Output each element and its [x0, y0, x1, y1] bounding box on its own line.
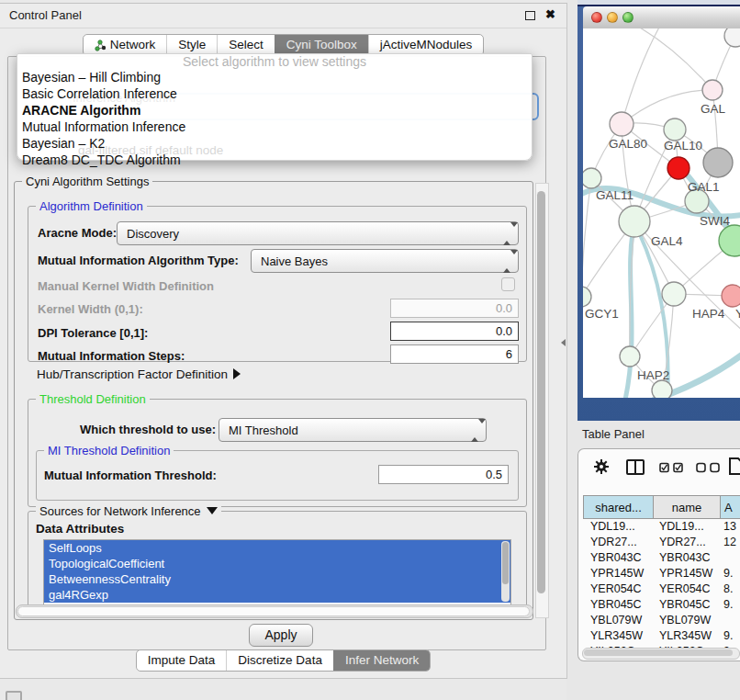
table-panel-window: shared... name A YDL19...YDL19...13 YDR2…	[577, 448, 740, 661]
table-row[interactable]: YBR045CYBR045C9.	[583, 597, 740, 613]
table-row[interactable]: YBL079WYBL079W	[583, 613, 740, 628]
node-label: GCY1	[585, 307, 619, 321]
table-header-row: shared... name A	[583, 495, 740, 519]
document-icon[interactable]	[729, 457, 740, 475]
mi-algorithm-type-label: Mutual Information Algorithm Type:	[38, 254, 239, 267]
algorithm-popup-prompt: Select algorithm to view settings	[17, 55, 532, 69]
tab-style[interactable]: Style	[166, 35, 217, 55]
screen: Control Panel ✖ Network Styl	[0, 0, 740, 700]
algorithm-option[interactable]: Bayesian – Hill Climbing	[17, 69, 532, 85]
table-panel-title: Table Panel	[582, 427, 645, 441]
table-row[interactable]: YDR27...YDR27...12	[583, 535, 740, 550]
settings-horizontal-scrollbar[interactable]	[16, 604, 533, 618]
mi-algorithm-type-combobox[interactable]: Naive Bayes	[251, 249, 519, 273]
list-vertical-scrollbar[interactable]	[501, 541, 510, 602]
expand-right-icon	[233, 368, 241, 379]
mac-minimize-button[interactable]	[607, 12, 618, 23]
node-salmon[interactable]	[722, 285, 740, 307]
aracne-mode-label: Aracne Mode:	[38, 226, 117, 240]
list-item[interactable]: SelfLoops	[44, 540, 510, 556]
algorithm-option[interactable]: Mutual Information Inference	[17, 119, 532, 135]
manual-kernel-width-checkbox[interactable]	[501, 277, 515, 291]
kernel-width-field[interactable]	[390, 299, 519, 318]
table-row[interactable]: YDL19...YDL19...13	[583, 519, 740, 535]
mac-close-button[interactable]	[591, 12, 602, 23]
node-gal80[interactable]	[610, 112, 633, 136]
gear-icon[interactable]	[593, 458, 610, 475]
node-label: Y	[735, 307, 740, 321]
network-icon	[95, 40, 107, 51]
network-canvas[interactable]: GAL GAL80 GAL10 GAL1 GAL11 SWI4 GAL4 GCY…	[583, 28, 740, 398]
mi-threshold-label: Mutual Information Threshold:	[44, 469, 217, 482]
aracne-mode-combobox[interactable]: Discovery	[117, 221, 519, 245]
table-row[interactable]: YPR145WYPR145W9.	[583, 566, 740, 581]
panel-collapse-arrow-icon[interactable]	[561, 339, 566, 346]
hub-transcription-section-toggle[interactable]: Hub/Transcription Factor Definition	[37, 367, 241, 381]
node-label: GAL	[701, 102, 726, 116]
table-row[interactable]: YBR043CYBR043C	[583, 550, 740, 566]
list-item[interactable]: TopologicalCoefficient	[44, 556, 510, 571]
node-gal4[interactable]	[619, 206, 650, 237]
select-all-checkboxes-icon[interactable]	[659, 462, 684, 473]
tab-discretize-data[interactable]: Discretize Data	[226, 650, 333, 671]
tab-infer-network[interactable]: Infer Network	[333, 650, 430, 671]
node-gal11[interactable]	[583, 168, 601, 188]
close-icon[interactable]: ✖	[545, 7, 555, 21]
tabgroup-bottom: Impute Data Discretize Data Infer Networ…	[136, 649, 431, 672]
float-window-icon[interactable]	[525, 11, 535, 20]
apply-button[interactable]: Apply	[249, 624, 313, 647]
settings-vertical-scrollbar[interactable]	[535, 183, 549, 618]
column-header-cut[interactable]: A	[721, 495, 740, 519]
node-hap2[interactable]	[620, 346, 640, 367]
sources-group-title[interactable]: Sources for Network Inference	[36, 504, 221, 518]
mi-threshold-field[interactable]	[378, 465, 509, 484]
hide-panel-icon[interactable]	[6, 691, 22, 700]
dpi-tolerance-field[interactable]	[390, 322, 519, 341]
ghost-network-combo-text: gal-filtered.sif default node	[78, 143, 223, 157]
list-item[interactable]: gal4RGexp	[44, 587, 510, 603]
network-view-window: GAL GAL80 GAL10 GAL1 GAL11 SWI4 GAL4 GCY…	[577, 0, 740, 421]
node-red-selected[interactable]	[667, 157, 690, 179]
cyni-bottom-tabbar: Impute Data Discretize Data Infer Networ…	[0, 649, 566, 672]
tab-select[interactable]: Select	[217, 35, 275, 55]
split-columns-icon[interactable]	[626, 459, 645, 475]
threshold-definition-title: Threshold Definition	[36, 392, 150, 406]
cyni-algorithm-settings-group: Cyni Algorithm Settings Algorithm Defini…	[14, 181, 533, 620]
tab-network[interactable]: Network	[84, 35, 167, 55]
node[interactable]	[702, 80, 723, 100]
node-label: HAP4	[692, 307, 725, 321]
node-gcy1[interactable]	[583, 287, 591, 307]
data-attributes-label: Data Attributes	[36, 522, 124, 536]
data-attributes-list[interactable]: SelfLoops TopologicalCoefficient Between…	[43, 539, 511, 605]
tab-impute-data[interactable]: Impute Data	[137, 650, 227, 671]
column-header-name[interactable]: name	[654, 495, 721, 519]
control-panel-window: Control Panel ✖ Network Styl	[0, 3, 567, 679]
column-header-shared-name[interactable]: shared...	[583, 495, 654, 519]
spinner-arrows-icon	[503, 254, 512, 268]
tab-jactivemnodules[interactable]: jActiveMNodules	[368, 35, 484, 55]
mac-zoom-button[interactable]	[622, 12, 633, 23]
node-gray[interactable]	[703, 148, 733, 177]
ghost-inference-algorithm-label: Inference Algorithm	[73, 91, 175, 105]
node-label: SWI4	[700, 214, 730, 228]
node[interactable]	[652, 380, 672, 398]
which-threshold-combobox[interactable]: MI Threshold	[219, 418, 487, 442]
tab-cyni-toolbox[interactable]: Cyni Toolbox	[275, 35, 368, 55]
node-gal10[interactable]	[664, 119, 686, 141]
mi-threshold-definition-group: MI Threshold Definition Mutual Informati…	[36, 450, 519, 501]
list-item[interactable]: BetweennessCentrality	[44, 571, 510, 587]
cyni-algorithm-settings-title: Cyni Algorithm Settings	[22, 175, 152, 188]
manual-kernel-width-label: Manual Kernel Width Definition	[38, 279, 214, 293]
deselect-all-checkboxes-icon[interactable]	[696, 462, 721, 473]
node[interactable]	[724, 28, 740, 47]
node-hap4[interactable]	[662, 282, 686, 306]
mi-steps-field[interactable]	[390, 344, 519, 364]
threshold-definition-group: Threshold Definition Which threshold to …	[28, 399, 527, 507]
table-body[interactable]: YDL19...YDL19...13 YDR27...YDR27...12 YB…	[583, 519, 740, 648]
table-horizontal-scrollbar[interactable]	[582, 648, 740, 660]
node-label: GAL4	[651, 234, 683, 248]
control-panel-titlebar: Control Panel ✖	[0, 4, 566, 28]
table-row[interactable]: YER054CYER054C8.	[583, 581, 740, 597]
table-row[interactable]: YLR345WYLR345W9.	[583, 628, 740, 644]
network-window-titlebar[interactable]	[583, 6, 740, 29]
